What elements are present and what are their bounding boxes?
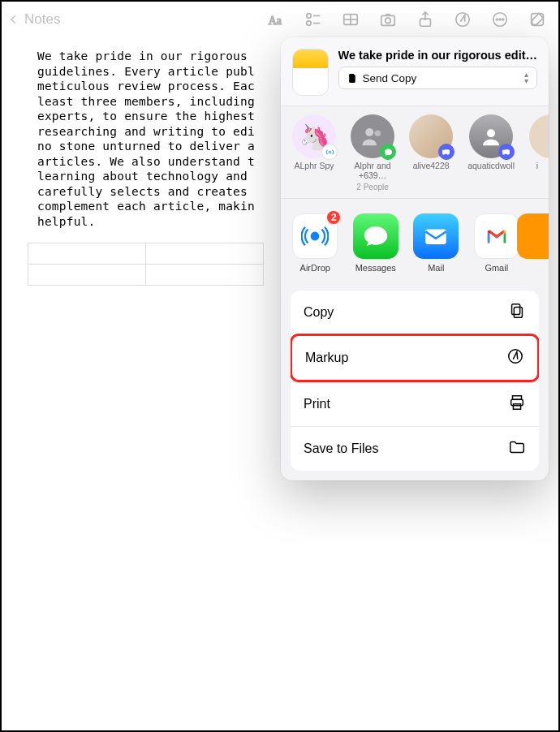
svg-point-1 — [307, 14, 312, 19]
more-icon[interactable] — [485, 5, 515, 34]
share-contact[interactable]: alive4228 — [409, 114, 453, 192]
share-app-gmail[interactable]: Gmail — [474, 213, 520, 273]
svg-rect-28 — [513, 404, 520, 409]
contact-name: Alphr and +639… — [351, 161, 394, 180]
action-print[interactable]: Print — [291, 381, 539, 426]
svg-rect-23 — [514, 308, 522, 318]
share-app-airdrop[interactable]: 2 AirDrop — [292, 213, 338, 273]
svg-rect-22 — [426, 230, 447, 244]
svg-point-19 — [375, 131, 381, 137]
svg-point-18 — [365, 128, 373, 136]
svg-point-15 — [502, 19, 504, 20]
svg-text:Aa: Aa — [269, 15, 282, 27]
share-contact[interactable]: Alphr and +639… 2 People — [351, 114, 394, 192]
share-icon[interactable] — [411, 5, 440, 34]
app-label: Messages — [355, 263, 396, 273]
share-app-messages[interactable]: Messages — [353, 213, 399, 273]
svg-rect-8 — [381, 15, 395, 25]
app-label: Gmail — [485, 263, 508, 273]
action-label: Print — [304, 397, 330, 411]
svg-point-9 — [386, 18, 390, 23]
send-copy-dropdown[interactable]: Send Copy ▴▾ — [338, 67, 537, 89]
app-label: Mail — [428, 263, 444, 273]
back-label: Notes — [24, 11, 60, 28]
note-table[interactable] — [28, 243, 264, 286]
share-header: We take pride in our rigorous edit… Send… — [281, 37, 549, 105]
share-contact[interactable]: 🦄 ALphr Spy — [292, 114, 336, 192]
share-app-mail[interactable]: Mail — [413, 213, 459, 273]
print-icon — [508, 394, 526, 415]
action-label: Copy — [304, 305, 334, 320]
share-contact[interactable]: aquaticdwoll — [467, 114, 515, 192]
airdrop-badge-icon — [321, 144, 338, 160]
share-sheet: We take pride in our rigorous edit… Send… — [281, 37, 549, 480]
share-title: We take pride in our rigorous edit… — [338, 49, 537, 62]
share-apps-row: 2 AirDrop Messages Mail Gmail — [281, 199, 549, 282]
copy-icon — [508, 302, 526, 323]
contact-sub: 2 People — [356, 183, 388, 192]
folder-icon — [508, 438, 526, 459]
share-action-list: Copy Markup Print Save to Files — [291, 291, 539, 471]
messages-badge-icon — [380, 144, 396, 160]
discord-badge-icon — [498, 144, 515, 160]
svg-point-25 — [509, 350, 523, 364]
text-format-icon[interactable]: Aa — [261, 5, 291, 34]
action-copy[interactable]: Copy — [291, 291, 539, 334]
contact-name: aquaticdwoll — [467, 161, 515, 170]
action-markup[interactable]: Markup — [291, 334, 539, 382]
back-button[interactable]: Notes — [8, 11, 60, 28]
svg-point-20 — [487, 129, 495, 137]
svg-point-3 — [307, 21, 312, 26]
svg-point-17 — [329, 151, 331, 153]
action-save-to-files[interactable]: Save to Files — [291, 426, 539, 471]
svg-point-14 — [499, 19, 501, 20]
contact-name: alive4228 — [413, 161, 450, 170]
svg-point-13 — [496, 19, 498, 20]
notification-badge: 2 — [325, 209, 342, 226]
note-app-icon — [292, 49, 329, 96]
checklist-icon[interactable] — [299, 5, 328, 34]
share-contacts-row: 🦄 ALphr Spy Alphr and +639… 2 People — [281, 106, 549, 198]
table-icon[interactable] — [336, 5, 365, 34]
compose-icon[interactable] — [523, 5, 552, 34]
app-label: AirDrop — [300, 263, 330, 273]
top-toolbar: Notes Aa — [2, 2, 558, 37]
share-app-more[interactable] — [534, 213, 545, 273]
svg-point-21 — [312, 233, 319, 240]
contact-name: i — [536, 161, 538, 170]
contact-name: ALphr Spy — [295, 161, 334, 170]
discord-badge-icon — [438, 144, 454, 160]
action-label: Save to Files — [304, 441, 378, 456]
svg-rect-24 — [512, 304, 520, 315]
share-contact[interactable]: i — [529, 114, 545, 192]
chevron-updown-icon: ▴▾ — [524, 71, 528, 84]
send-copy-label: Send Copy — [363, 72, 417, 84]
markup-icon — [506, 347, 524, 368]
camera-icon[interactable] — [373, 5, 403, 34]
action-label: Markup — [305, 351, 348, 365]
markup-toolbar-icon[interactable] — [448, 5, 477, 34]
